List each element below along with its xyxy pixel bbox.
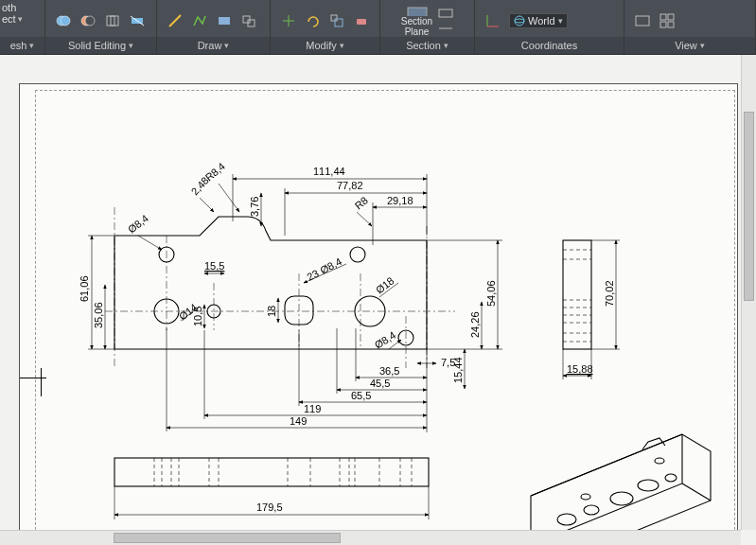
dim-54-06: 54,06	[485, 280, 497, 307]
svg-line-46	[219, 184, 239, 212]
polyline-icon[interactable]	[189, 10, 210, 31]
dim-dia-8-4c: Ø8,4	[373, 329, 398, 351]
panel-view-label[interactable]: View ▾	[624, 37, 755, 54]
panel-solid-editing-label[interactable]: Solid Editing ▾	[45, 37, 156, 54]
side-view: 70,02 15,88	[563, 240, 620, 379]
svg-point-22	[515, 16, 524, 26]
move-icon[interactable]	[278, 10, 299, 31]
union-icon[interactable]	[53, 10, 74, 31]
dim-r8-4: R8,4	[203, 160, 228, 183]
drawing-canvas[interactable]: 111,44 77,82 29,18 2,48 3,76 R8,4 R8 Ø8,	[0, 55, 756, 545]
dim-149: 149	[290, 415, 307, 427]
panel-coordinates: World ▾ Coordinates	[475, 0, 624, 54]
svg-point-111	[584, 505, 599, 515]
rotate-icon[interactable]	[303, 10, 324, 31]
dim-119: 119	[304, 403, 321, 414]
dim-35-06: 35,06	[93, 302, 104, 328]
globe-icon	[514, 15, 525, 26]
erase-icon[interactable]	[351, 10, 372, 31]
dim-dia-8-4b: Ø8,4	[318, 255, 343, 276]
slice-icon[interactable]	[127, 10, 148, 31]
hole-4	[350, 247, 365, 262]
bottom-view: 179,5	[114, 458, 429, 519]
ribbon: oth ect ▾ esh ▾ Solid Editing ▾	[0, 0, 756, 55]
panel-coordinates-label[interactable]: Coordinates	[475, 37, 624, 54]
dim-r8: R8	[353, 194, 370, 211]
dim-36-5: 36,5	[379, 365, 399, 377]
view-icon-2[interactable]	[657, 10, 677, 31]
svg-point-114	[665, 474, 677, 482]
svg-point-1	[61, 16, 70, 26]
section-jog-icon[interactable]	[437, 7, 454, 20]
panel-section-label[interactable]: Section ▾	[380, 37, 474, 54]
dim-15-88: 15,88	[567, 363, 593, 375]
panel-draw-label[interactable]: Draw ▾	[157, 37, 270, 54]
dim-65-5: 65,5	[351, 390, 371, 401]
svg-rect-16	[357, 19, 366, 25]
intersect-icon[interactable]	[102, 10, 123, 31]
svg-rect-17	[408, 8, 427, 16]
section-live-icon[interactable]	[437, 22, 454, 35]
dim-29-18: 29,18	[387, 195, 413, 206]
panel-solid-editing: Solid Editing ▾	[45, 0, 157, 54]
panel-mesh: oth ect ▾ esh ▾	[0, 0, 45, 54]
dim-10-5: 10,5	[192, 307, 203, 326]
svg-line-47	[357, 212, 372, 226]
svg-rect-9	[219, 17, 230, 25]
svg-rect-27	[660, 22, 666, 27]
panel-view: View ▾	[624, 0, 756, 54]
line-icon[interactable]	[165, 10, 185, 31]
dim-15-5: 15,5	[204, 260, 224, 272]
svg-point-3	[85, 16, 95, 26]
dim-70-02: 70,02	[604, 280, 615, 307]
svg-rect-24	[636, 16, 649, 26]
chevron-down-icon: ▾	[558, 16, 563, 26]
svg-point-23	[515, 19, 524, 23]
mesh-button[interactable]: ect ▾	[2, 13, 23, 25]
draw-dropdown-icon[interactable]	[238, 10, 259, 31]
dim-3-76: 3,76	[249, 197, 260, 217]
svg-rect-28	[668, 22, 674, 27]
dim-18: 18	[266, 306, 277, 317]
dim-45-5: 45,5	[370, 378, 390, 389]
section-plane-button[interactable]: Section Plane	[401, 5, 433, 37]
svg-rect-18	[439, 9, 452, 17]
panel-draw: Draw ▾	[157, 0, 271, 54]
view-icon-1[interactable]	[632, 10, 653, 31]
dim-77-82: 77,82	[337, 180, 363, 191]
svg-line-8	[169, 15, 181, 26]
scrollbar-horizontal[interactable]	[0, 530, 741, 545]
paper-sheet: 111,44 77,82 29,18 2,48 3,76 R8,4 R8 Ø8,	[19, 83, 738, 545]
scale-icon[interactable]	[327, 10, 348, 31]
dim-dia-18: Ø18	[374, 274, 396, 295]
svg-rect-25	[660, 14, 666, 20]
svg-point-116	[655, 458, 664, 464]
subtract-icon[interactable]	[78, 10, 98, 31]
isometric-view	[531, 434, 711, 545]
dim-24-26: 24,26	[469, 311, 481, 338]
dim-179-5: 179,5	[256, 501, 283, 513]
panel-section: Section Plane Section ▾	[380, 0, 475, 54]
panel-modify: Modify ▾	[271, 0, 380, 54]
svg-rect-26	[668, 14, 674, 20]
svg-point-113	[638, 480, 659, 491]
dim-23: 23	[305, 267, 320, 282]
scrollbar-v-thumb[interactable]	[744, 112, 754, 301]
dim-61-06: 61,06	[79, 275, 90, 302]
panel-modify-label[interactable]: Modify ▾	[271, 37, 379, 54]
scrollbar-h-thumb[interactable]	[114, 533, 341, 543]
scrollbar-vertical[interactable]	[741, 55, 756, 530]
region-icon[interactable]	[214, 10, 235, 31]
svg-point-115	[581, 494, 590, 500]
svg-rect-15	[335, 19, 343, 26]
world-combo[interactable]: World ▾	[509, 13, 568, 28]
svg-line-44	[200, 198, 214, 212]
svg-point-110	[557, 514, 576, 525]
ucs-icon[interactable]	[483, 10, 503, 31]
mesh-label-1[interactable]: oth	[2, 2, 16, 13]
dim-111-44: 111,44	[313, 166, 345, 177]
svg-rect-14	[331, 15, 337, 21]
drawing-svg: 111,44 77,82 29,18 2,48 3,76 R8,4 R8 Ø8,	[20, 84, 739, 545]
dim-15-44: 15,44	[452, 357, 464, 383]
panel-mesh-label[interactable]: esh ▾	[0, 37, 44, 54]
